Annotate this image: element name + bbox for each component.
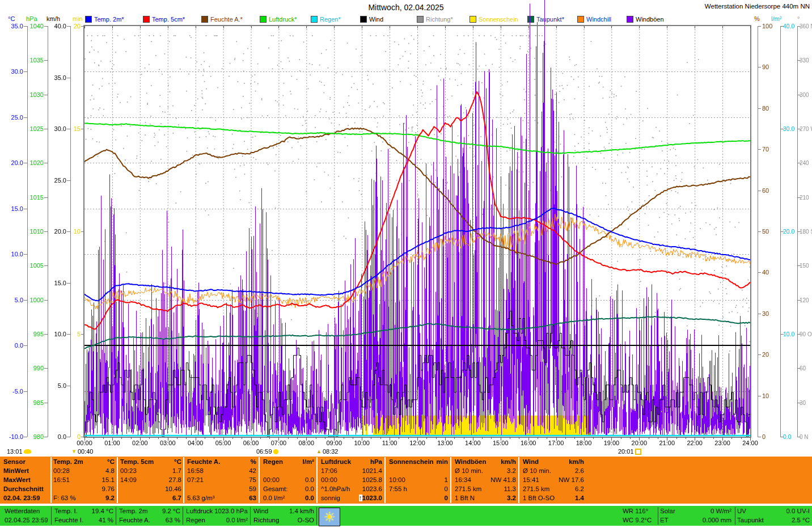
table-separator <box>384 457 386 503</box>
cell-value: NW 17.6 <box>559 476 584 483</box>
table-cell: Gesamt:0.0 <box>263 485 314 494</box>
col-header-Wind: Windkm/h <box>523 458 584 467</box>
col-unit: min <box>437 458 448 465</box>
col-name: Temp. 2m <box>53 458 83 465</box>
col-unit: °C <box>174 458 181 465</box>
status-label: WR 116° <box>623 508 648 514</box>
cell-value: 1.4 <box>575 495 584 501</box>
col-header-Sonnenschein: Sonnenscheinmin <box>389 458 448 467</box>
table-cell: 10.46 <box>120 485 181 494</box>
col-unit: % <box>251 458 256 465</box>
status-label: Solar <box>660 508 675 514</box>
table-cell: 00:284.8 <box>53 467 115 476</box>
status-section-row: Feuchte A.63 % <box>119 517 180 526</box>
table-cell: 0 <box>389 495 448 503</box>
status-section-row: 02.04.25 23:59 <box>5 517 50 526</box>
status-section-row: RichtungO-SO <box>253 517 314 526</box>
cell-value: 10.46 <box>165 485 181 492</box>
cell-label: Ø 10 min. <box>455 467 483 474</box>
status-label: 02.04.25 23:59 <box>5 517 48 523</box>
cell-label: Gesamt: <box>263 485 287 492</box>
status-value: 0 W/m² <box>710 508 731 514</box>
row-label-text: 02.04. 23:59 <box>3 495 40 501</box>
status-label: Temp. 2m <box>119 508 148 514</box>
status-section-row: Taupunkt2.5 °C <box>737 517 810 526</box>
table-cell: 16:5115.1 <box>53 476 115 485</box>
status-label: WC 9.2°C <box>623 517 652 523</box>
chart-canvas <box>0 0 812 457</box>
table-cell: 1 Bft O-SO1.4 <box>523 495 584 503</box>
status-value: 2.5 °C <box>792 517 810 523</box>
table-cell: 5.63 g/m³63 <box>187 495 256 503</box>
table-cell: 10:001 <box>389 476 448 485</box>
row-label: Sensor <box>3 458 49 467</box>
status-label: Feuchte I. <box>54 517 83 523</box>
cell-label: F: 63 % <box>53 495 76 501</box>
status-value: 0.000 mm <box>703 517 731 523</box>
table-cell: 59 <box>187 485 256 494</box>
status-section-row: WR 116° <box>623 508 655 517</box>
col-name: Feuchte A. <box>187 458 220 465</box>
status-value: 9.2 °C <box>162 508 180 514</box>
cell-label: 0.0 l/m² <box>263 495 285 501</box>
row-label-text: Sensor <box>3 458 26 465</box>
cell-value: 6.2 <box>575 485 584 492</box>
cell-value: 1021.4 <box>362 467 382 474</box>
cell-label: 16:58 <box>187 467 204 474</box>
table-cell: 16:34NW 41.8 <box>455 476 516 485</box>
row-label: 02.04. 23:59 <box>3 495 49 503</box>
col-header-Temp. 5cm: Temp. 5cm°C <box>120 458 181 467</box>
table-cell: 271.5 km6.2 <box>523 485 584 494</box>
table-cell: 6.7 <box>120 495 181 503</box>
cell-value: 15.1 <box>102 476 115 483</box>
row-label-text: MinWert <box>3 467 29 474</box>
col-unit: hPa <box>370 458 382 465</box>
col-name: Sonnenschein <box>389 458 434 465</box>
table-cell: Ø 10 min.2.6 <box>523 467 584 476</box>
cell-label: 10:00 <box>389 476 405 483</box>
cell-label: 5.63 g/m³ <box>187 495 215 501</box>
col-name: Wind <box>523 458 539 465</box>
status-label: Taupunkt <box>737 517 764 523</box>
cell-label: 271.5 km <box>523 485 549 492</box>
cell-value: 1.7 <box>172 467 181 474</box>
cell-value: 42 <box>249 467 256 474</box>
cell-label: Ø 10 min. <box>523 467 551 474</box>
status-label: Feuchte A. <box>119 517 150 523</box>
pressure-trend-up-icon: ↑ <box>359 495 362 501</box>
cell-label: 7:55 h <box>389 485 407 492</box>
table-cell: F: 63 %9.2 <box>53 495 115 503</box>
col-unit: km/h <box>569 458 584 465</box>
weather-sun-icon: ☀ <box>319 508 340 526</box>
status-value: 41 % <box>99 517 113 523</box>
cell-label: 1 Bft O-SO <box>523 495 555 501</box>
statusbar-separator <box>658 507 658 525</box>
cell-value: 1023.6 <box>362 485 382 492</box>
status-label: Regen <box>186 517 205 523</box>
table-cell: 271.5 km11.3 <box>455 485 516 494</box>
cell-label: 00:23 <box>120 467 137 474</box>
cell-value: 4.8 <box>105 467 115 474</box>
col-name: Luftdruck <box>321 458 351 465</box>
col-header-Windböen: Windböenkm/h <box>455 458 516 467</box>
table-cell: 16:5842 <box>187 467 256 476</box>
table-separator <box>316 457 318 503</box>
table-cell <box>389 467 448 476</box>
table-cell: 17:061021.4 <box>321 467 382 476</box>
cell-label: 07:21 <box>187 476 204 483</box>
cell-value: 59 <box>249 485 256 492</box>
table-cell: 00:000.0 <box>263 476 314 485</box>
statusbar-separator <box>735 507 735 525</box>
table-cell: 7:55 h0 <box>389 485 448 494</box>
table-cell: 14:0927.8 <box>120 476 181 485</box>
status-label: Wetterdaten <box>5 508 40 514</box>
cell-label: 00:28 <box>53 467 70 474</box>
cell-label: sonnig <box>321 495 340 501</box>
table-cell: 00:231.7 <box>120 467 181 476</box>
weather-station-app: Mittwoch, 02.04.2025 Wetterstation Niede… <box>0 0 812 528</box>
status-section-row: Solar0 W/m² <box>660 508 731 517</box>
cell-value: 9.2 <box>105 495 115 501</box>
cell-value: 0.0 <box>305 485 314 492</box>
statusbar-separator <box>51 507 52 525</box>
cell-value: 3.2 <box>507 495 516 501</box>
